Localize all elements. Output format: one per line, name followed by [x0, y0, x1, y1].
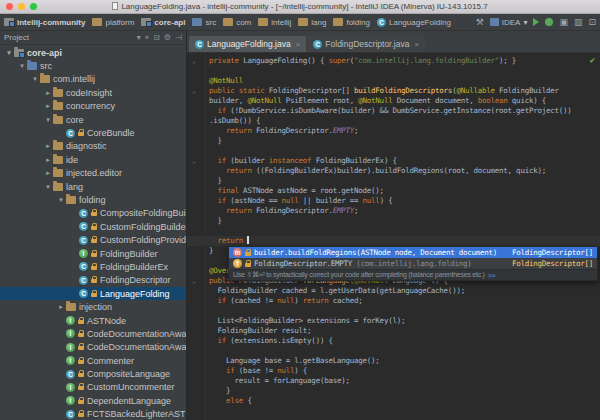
run-configuration-selector[interactable]: IDEA ▾: [490, 18, 528, 27]
chevron-down-icon[interactable]: ▾: [43, 116, 53, 124]
tree-item-CustomFoldingProvider[interactable]: CCustomFoldingProvider: [0, 233, 186, 246]
code-line[interactable]: [187, 66, 600, 76]
breadcrumb-item-LanguageFolding[interactable]: CLanguageFolding: [377, 18, 451, 27]
code-line[interactable]: @NotNull: [187, 76, 600, 86]
code-line[interactable]: [187, 306, 600, 316]
tree-item-FoldingDescriptor[interactable]: CFoldingDescriptor: [0, 274, 186, 287]
breadcrumb-item-lang[interactable]: lang: [298, 18, 326, 27]
chevron-right-icon[interactable]: ▸: [43, 156, 53, 164]
code-line[interactable]: }: [187, 136, 600, 146]
tree-item-core-api[interactable]: ▾core-api: [0, 46, 186, 59]
tree-item-ide[interactable]: ▸ide: [0, 153, 186, 166]
fold-marker-icon[interactable]: ⌄: [192, 86, 196, 96]
code-line[interactable]: else {: [187, 396, 600, 406]
tree-item-injected.editor[interactable]: ▸injected.editor: [0, 167, 186, 180]
tree-item-CompositeFoldingBuilder[interactable]: CCompositeFoldingBuilder: [0, 207, 186, 220]
search-everywhere-icon[interactable]: ⊡: [588, 14, 596, 31]
tree-item-CustomFoldingBuilder[interactable]: CCustomFoldingBuilder: [0, 220, 186, 233]
debug-button[interactable]: [545, 18, 553, 26]
code-line[interactable]: builder, @NotNull PsiElement root, @NotN…: [187, 96, 600, 106]
completion-item[interactable]: fFoldingDescriptor.EMPTY (com.intellij.l…: [229, 258, 597, 269]
tree-item-lang[interactable]: ▾lang: [0, 180, 186, 193]
code-line[interactable]: Language base = l.getBaseLanguage();: [187, 356, 600, 366]
tree-item-codeInsight[interactable]: ▸codeInsight: [0, 86, 186, 99]
breadcrumb-item-src[interactable]: src: [192, 18, 216, 27]
tree-item-DependentLanguage[interactable]: IDependentLanguage: [0, 394, 186, 407]
completion-item[interactable]: mbuilder.buildFoldRegions(ASTNode node, …: [229, 247, 597, 258]
breadcrumb-item-platform[interactable]: platform: [92, 18, 134, 27]
tree-item-com.intellij[interactable]: ▾com.intellij: [0, 73, 186, 86]
code-line[interactable]: if (astNode == null || builder == null) …: [187, 196, 600, 206]
tree-item-core[interactable]: ▾core: [0, 113, 186, 126]
code-line[interactable]: ⌄ if (builder instanceof FoldingBuilderE…: [187, 156, 600, 166]
chevron-down-icon[interactable]: ▾: [43, 183, 53, 191]
tab-LanguageFolding.java[interactable]: CLanguageFolding.java×: [189, 36, 306, 52]
code-line[interactable]: }: [187, 386, 600, 396]
code-line[interactable]: if (!DumbService.isDumbAware(builder) &&…: [187, 106, 600, 116]
fold-marker-icon[interactable]: ⌄: [192, 156, 196, 166]
code-line[interactable]: [187, 226, 600, 236]
tab-FoldingDescriptor.java[interactable]: CFoldingDescriptor.java×: [307, 36, 425, 52]
chevron-right-icon[interactable]: ▸: [43, 89, 53, 97]
code-line[interactable]: if (extensions.isEmpty()) {: [187, 336, 600, 346]
code-editor[interactable]: ✔ ⌄private LanguageFolding() { super("co…: [187, 53, 600, 420]
code-line[interactable]: final ASTNode astNode = root.getNode();: [187, 186, 600, 196]
chevron-right-icon[interactable]: ▸: [43, 142, 53, 150]
build-hammer-icon[interactable]: ⚒: [476, 14, 484, 31]
code-line[interactable]: result = forLanguage(base);: [187, 376, 600, 386]
close-tab-icon[interactable]: ×: [296, 40, 301, 49]
breadcrumb-item-core-api[interactable]: core-api: [141, 18, 185, 27]
code-line[interactable]: List<FoldingBuilder> extensions = forKey…: [187, 316, 600, 326]
code-line[interactable]: return: [187, 236, 600, 246]
code-line[interactable]: ⌄public static FoldingDescriptor[] build…: [187, 86, 600, 96]
locate-icon[interactable]: ⌖: [145, 33, 150, 42]
tree-item-LanguageFolding[interactable]: CLanguageFolding: [0, 287, 186, 300]
tree-item-CodeDocumentationAwareCommenter[interactable]: ICodeDocumentationAwareCommenter: [0, 327, 186, 340]
fold-marker-icon[interactable]: ⌄: [192, 276, 196, 286]
view-options-icon[interactable]: ▾: [137, 33, 141, 42]
code-line[interactable]: [187, 146, 600, 156]
tree-item-injection[interactable]: ▸injection: [0, 300, 186, 313]
breadcrumb-item-intellij-community[interactable]: intellij-community: [4, 18, 85, 27]
tree-item-CoreBundle[interactable]: CCoreBundle: [0, 126, 186, 139]
chevron-right-icon[interactable]: ▸: [43, 169, 53, 177]
tree-item-folding[interactable]: ▾folding: [0, 193, 186, 206]
completion-hint-link[interactable]: >>: [488, 272, 496, 279]
tree-item-CodeDocumentationAwareCommenterEx[interactable]: ICodeDocumentationAwareCommenterEx: [0, 341, 186, 354]
code-line[interactable]: return FoldingDescriptor.EMPTY;: [187, 206, 600, 216]
tree-item-concurrency[interactable]: ▸concurrency: [0, 100, 186, 113]
chevron-down-icon[interactable]: ▾: [17, 62, 27, 70]
code-line[interactable]: }: [187, 176, 600, 186]
code-line[interactable]: FoldingBuilder result;: [187, 326, 600, 336]
code-line[interactable]: [187, 346, 600, 356]
tree-item-diagnostic[interactable]: ▸diagnostic: [0, 140, 186, 153]
chevron-right-icon[interactable]: ▸: [43, 102, 53, 110]
tree-item-src[interactable]: ▾src: [0, 59, 186, 72]
fold-marker-icon[interactable]: ⌄: [192, 56, 196, 66]
breadcrumb-item-intellij[interactable]: intellij: [258, 18, 291, 27]
code-line[interactable]: if (base != null) {: [187, 366, 600, 376]
close-tab-icon[interactable]: ×: [414, 40, 419, 49]
collapse-all-icon[interactable]: ⊟: [153, 33, 160, 42]
chevron-down-icon[interactable]: ▾: [56, 196, 66, 204]
code-line[interactable]: return ((FoldingBuilderEx)builder).build…: [187, 166, 600, 176]
tree-item-ASTNode[interactable]: IASTNode: [0, 314, 186, 327]
settings-icon[interactable]: ⚙: [164, 33, 171, 42]
run-button[interactable]: [533, 18, 539, 26]
code-line[interactable]: return FoldingDescriptor.EMPTY;: [187, 126, 600, 136]
code-line[interactable]: .isDumb()) {: [187, 116, 600, 126]
tree-item-Commenter[interactable]: ICommenter: [0, 354, 186, 367]
code-line[interactable]: FoldingBuilder cached = l.getUserData(ge…: [187, 286, 600, 296]
code-line[interactable]: ⌄private LanguageFolding() { super("com.…: [187, 56, 600, 66]
coverage-icon[interactable]: ▣: [559, 14, 568, 31]
breadcrumb-item-com[interactable]: com: [223, 18, 251, 27]
tree-item-FoldingBuilder[interactable]: IFoldingBuilder: [0, 247, 186, 260]
chevron-down-icon[interactable]: ▾: [4, 49, 14, 57]
chevron-right-icon[interactable]: ▸: [56, 303, 66, 311]
chevron-down-icon[interactable]: ▾: [30, 75, 40, 83]
tree-item-FCTSBackedLighterAST[interactable]: CFCTSBackedLighterAST: [0, 408, 186, 420]
breadcrumb-item-folding[interactable]: folding: [333, 18, 370, 27]
code-line[interactable]: }: [187, 216, 600, 226]
hide-icon[interactable]: ⊣: [175, 33, 182, 42]
tree-item-FoldingBuilderEx[interactable]: CFoldingBuilderEx: [0, 260, 186, 273]
